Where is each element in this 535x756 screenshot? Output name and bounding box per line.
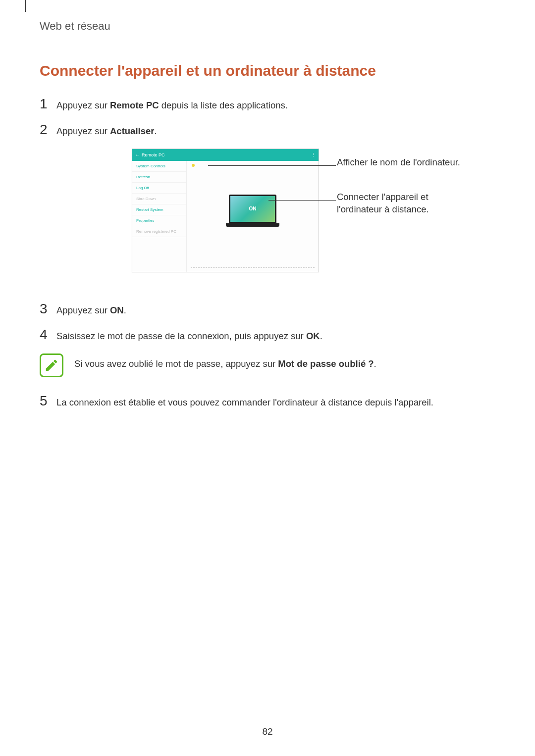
text-bold: Remote PC [110,100,159,110]
callout-line [268,200,336,201]
step-number: 4 [40,328,56,342]
callout-pc-name: Afficher le nom de l'ordinateur. [337,156,461,169]
step-number: 2 [40,123,56,137]
crop-mark [25,0,26,12]
text-bold: Mot de passe oublié ? [278,358,374,369]
laptop-on-label: ON [249,206,257,211]
callout-line [208,165,336,166]
app-screenshot: Remote PC ⋮ System Controls Refresh Log … [132,149,319,272]
page-title: Connecter l'appareil et un ordinateur à … [40,62,495,79]
step-text: Appuyez sur Actualiser. [56,123,157,138]
step-text: Appuyez sur ON. [56,302,126,317]
text-bold: ON [110,305,124,315]
text-fragment: Appuyez sur [56,305,110,315]
laptop-icon: ON [226,195,279,227]
screenshot-header: Remote PC ⋮ [132,149,319,161]
laptop-base [226,223,279,227]
screenshot-title: Remote PC [135,152,165,157]
step-number: 1 [40,97,56,111]
text-fragment: Saisissez le mot de passe de la connexio… [56,331,306,341]
page-number: 82 [0,726,535,737]
note-icon [40,353,63,377]
step-2: 2 Appuyez sur Actualiser. [40,123,495,138]
sidebar-item: Remove registered PC [132,226,186,237]
laptop-screen: ON [229,195,276,223]
screenshot-menu-icon: ⋮ [311,152,316,157]
status-dot-icon [192,164,195,167]
sidebar-item: Log Off [132,183,186,194]
sidebar-item: System Controls [132,161,186,172]
step-5: 5 La connexion est établie et vous pouve… [40,394,495,409]
step-number: 5 [40,394,56,408]
step-text: Appuyez sur Remote PC depuis la liste de… [56,97,288,112]
sidebar-item: Properties [132,215,186,226]
pc-status [192,164,197,167]
step-1: 1 Appuyez sur Remote PC depuis la liste … [40,97,495,112]
text-fragment: Appuyez sur [56,100,110,110]
sidebar-item: Refresh [132,172,186,183]
callout-connect: Connecter l'appareil et l'ordinateur à d… [337,191,476,216]
text-fragment: Appuyez sur [56,126,110,136]
step-text: Saisissez le mot de passe de la connexio… [56,328,322,343]
diagram: Remote PC ⋮ System Controls Refresh Log … [40,149,495,287]
text-fragment: depuis la liste des applications. [159,100,288,110]
step-number: 3 [40,302,56,316]
screenshot-sidebar: System Controls Refresh Log Off Shut Dow… [132,161,187,272]
screenshot-main: ON [187,161,319,272]
note-text: Si vous avez oublié le mot de passe, app… [74,353,376,369]
step-3: 3 Appuyez sur ON. [40,302,495,317]
pencil-icon [44,358,59,373]
note: Si vous avez oublié le mot de passe, app… [40,353,495,377]
text-fragment: . [124,305,126,315]
text-fragment: . [154,126,157,136]
dotted-divider [191,267,315,268]
text-fragment: . [374,358,376,369]
sidebar-item: Shut Down [132,194,186,204]
section-header: Web et réseau [40,20,495,33]
text-fragment: . [320,331,322,341]
text-fragment: Si vous avez oublié le mot de passe, app… [74,358,278,369]
sidebar-item: Restart System [132,204,186,215]
text-bold: Actualiser [110,126,154,136]
text-bold: OK [306,331,320,341]
step-text: La connexion est établie et vous pouvez … [56,394,433,409]
step-4: 4 Saisissez le mot de passe de la connex… [40,328,495,343]
